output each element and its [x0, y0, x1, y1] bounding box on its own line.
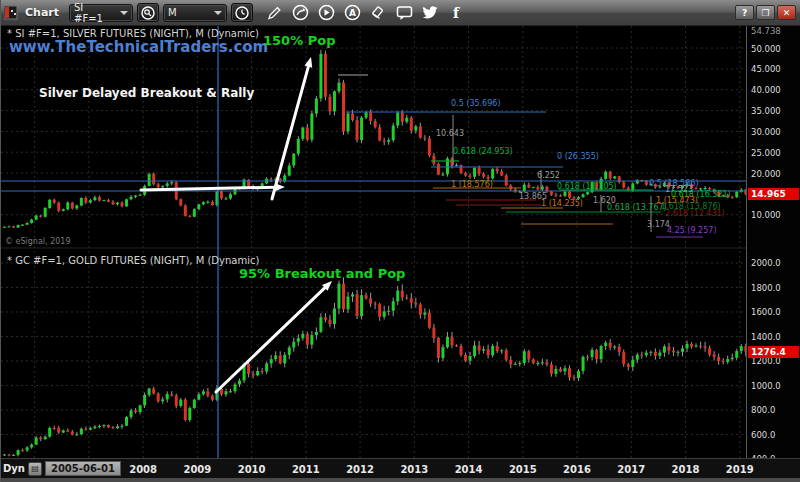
candle-body: [206, 391, 209, 395]
candle-body: [238, 381, 241, 385]
candle-body: [645, 353, 648, 356]
candle-body: [48, 200, 51, 208]
candle-body: [102, 200, 105, 201]
year-tick-label: 2019: [726, 464, 754, 475]
candle-body: [98, 426, 101, 427]
candle-body: [414, 303, 417, 305]
candle-body: [116, 203, 119, 205]
candle-body: [432, 156, 435, 164]
candle-body: [170, 394, 173, 395]
candle-body: [563, 192, 566, 196]
candle-body: [473, 168, 476, 177]
axis-tick-label: 45.000: [751, 64, 781, 74]
candle-body: [568, 368, 571, 377]
candle-body: [586, 357, 589, 358]
fib-level-label: 0.618 (24.953): [453, 148, 513, 156]
candle-body: [261, 371, 264, 372]
range-high-label: 54.738: [751, 26, 781, 36]
candle-body: [460, 165, 463, 173]
candle-body: [84, 198, 87, 203]
watermark: www.TheTechnicalTraders.com: [9, 38, 268, 56]
candle-body: [283, 176, 286, 182]
candle-body: [44, 208, 47, 217]
candle-body: [53, 200, 56, 203]
candle-body: [396, 113, 399, 126]
candle-body: [324, 317, 327, 319]
time-axis[interactable]: Dyn ▤ 2005-06-01 20072008200920102011201…: [1, 458, 800, 478]
candle-body: [75, 434, 78, 435]
candle-body: [419, 304, 422, 314]
fib-level-label: 2.618 (12.431): [665, 210, 725, 218]
candle-body: [256, 371, 259, 375]
candle-body: [62, 209, 65, 211]
candle-body: [243, 180, 246, 189]
candle-body: [229, 194, 232, 198]
candle-body: [166, 183, 169, 185]
axis-tick-label: 30.000: [751, 127, 781, 137]
candle-body: [319, 317, 322, 331]
chart-window: Chart SI #F=1 M: [0, 0, 800, 482]
candle-body: [487, 349, 490, 355]
axis-tool-button[interactable]: ▤: [28, 462, 42, 476]
candle-body: [184, 400, 187, 420]
candle-body: [111, 427, 114, 428]
candle-body: [563, 368, 566, 371]
candle-body: [419, 126, 422, 137]
candle-body: [89, 200, 92, 202]
candle-body: [455, 165, 458, 166]
candle-body: [410, 298, 413, 303]
candle-body: [469, 356, 472, 361]
candle-body: [35, 438, 38, 445]
candle-body: [328, 97, 331, 112]
candle-body: [446, 337, 449, 347]
candle-body: [383, 141, 386, 142]
candle-body: [735, 351, 738, 358]
candle-body: [378, 304, 381, 317]
candle-body: [573, 378, 576, 379]
candle-body: [152, 174, 155, 184]
price-axis[interactable]: 50.00045.00040.00035.00030.00025.00020.0…: [746, 26, 800, 458]
fib-level-label: 10.643: [436, 130, 464, 138]
candle-body: [188, 216, 191, 217]
candle-body: [672, 351, 675, 353]
candle-body: [667, 347, 670, 351]
silver-breakout-annotation[interactable]: Silver Delayed Breakout & Rally: [39, 86, 254, 100]
fib-level-label: 0.618 (13.767): [607, 204, 667, 212]
candle-body: [613, 347, 616, 348]
candle-body: [423, 138, 426, 139]
candle-body: [279, 355, 282, 363]
year-tick-label: 2008: [129, 464, 157, 475]
candle-body: [631, 183, 634, 190]
candle-body: [71, 432, 74, 435]
candle-body: [21, 225, 24, 226]
axis-tick-label: 40.000: [751, 85, 781, 95]
candle-body: [39, 216, 42, 217]
candle-body: [405, 118, 408, 122]
candle-body: [301, 128, 304, 139]
candle-body: [396, 291, 399, 302]
gold-pop-annotation[interactable]: 95% Breakout and Pop: [239, 266, 405, 281]
candles-GC #F=1: [3, 277, 747, 456]
candle-body: [310, 113, 313, 139]
status-group: Dyn ▤ 2005-06-01: [3, 461, 121, 476]
candle-body: [121, 426, 124, 427]
candle-body: [143, 186, 146, 195]
candle-body: [8, 226, 11, 227]
candle-body: [80, 198, 83, 205]
candle-body: [157, 184, 160, 187]
candle-body: [473, 346, 476, 357]
start-date-box[interactable]: 2005-06-01: [45, 461, 121, 476]
window-bottom-border: [1, 478, 800, 482]
candle-body: [48, 428, 51, 437]
candle-body: [554, 369, 557, 374]
axis-tick-label: 1400.0: [751, 332, 781, 342]
candle-body: [505, 350, 508, 360]
candles-SI #F=1: [3, 50, 747, 228]
candle-body: [84, 429, 87, 430]
candle-body: [89, 428, 92, 430]
fib-level-label: 0 (26.355): [557, 153, 599, 161]
silver-pop-annotation[interactable]: 150% Pop: [263, 33, 335, 48]
candle-body: [175, 182, 178, 199]
axis-tick-label: 50.000: [751, 44, 781, 54]
year-tick-label: 2017: [617, 464, 645, 475]
